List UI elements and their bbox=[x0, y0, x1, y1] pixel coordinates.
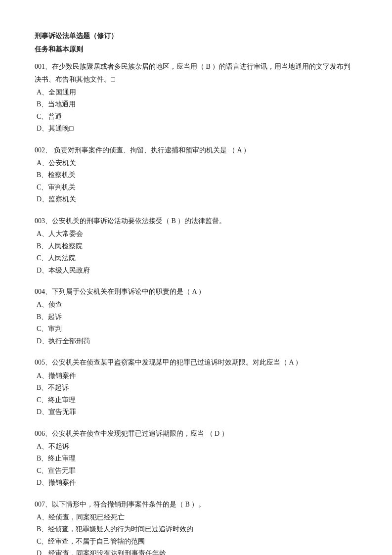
question-text-001: 001、在少数民族聚居或者多民族杂居的地区，应当用（ B ）的语言进行审讯，用当… bbox=[35, 60, 357, 85]
question-block-004: 004、下列属于公安机关在刑事诉讼中的职责的是（ A ）A、侦查B、起诉C、审判… bbox=[35, 285, 357, 347]
option-003-2: C、人民法院 bbox=[35, 252, 357, 265]
question-block-006: 006、公安机关在侦查中发现犯罪已过追诉期限的，应当 （ D ）A、不起诉B、终… bbox=[35, 427, 357, 489]
option-001-1: B、当地通用 bbox=[35, 98, 357, 111]
question-block-003: 003、公安机关的刑事诉讼活动要依法接受（ B ）的法律监督。A、人大常委会B、… bbox=[35, 215, 357, 277]
option-004-1: B、起诉 bbox=[35, 311, 357, 324]
option-003-1: B、人民检察院 bbox=[35, 240, 357, 253]
option-005-2: C、终止审理 bbox=[35, 394, 357, 407]
question-block-002: 002、 负责对刑事案件的侦查、拘留、执行逮捕和预审的机关是 （ A ）A、公安… bbox=[35, 144, 357, 206]
option-002-1: B、检察机关 bbox=[35, 169, 357, 182]
option-001-3: D、其通晚□ bbox=[35, 123, 357, 135]
option-005-0: A、撤销案件 bbox=[35, 370, 357, 382]
option-003-3: D、本级人民政府 bbox=[35, 265, 357, 277]
option-002-3: D、监察机关 bbox=[35, 193, 357, 206]
option-001-0: A、全国通用 bbox=[35, 87, 357, 99]
option-006-3: D、撤销案件 bbox=[35, 477, 357, 489]
option-007-1: B、经侦查，犯罪嫌疑人的行为时间已过追诉时效的 bbox=[35, 523, 357, 536]
section-title: 任务和基本原则 bbox=[35, 43, 357, 55]
option-002-2: C、审判机关 bbox=[35, 182, 357, 194]
question-text-004: 004、下列属于公安机关在刑事诉讼中的职责的是（ A ） bbox=[35, 285, 357, 298]
question-text-003: 003、公安机关的刑事诉讼活动要依法接受（ B ）的法律监督。 bbox=[35, 215, 357, 227]
option-003-0: A、人大常委会 bbox=[35, 228, 357, 240]
question-text-005: 005、公安机关在侦查某甲盗窃案中发现某甲的犯罪已过追诉时效期限。对此应当（ A… bbox=[35, 356, 357, 369]
option-006-2: C、宣告无罪 bbox=[35, 465, 357, 477]
question-block-005: 005、公安机关在侦查某甲盗窃案中发现某甲的犯罪已过追诉时效期限。对此应当（ A… bbox=[35, 356, 357, 418]
option-007-0: A、经侦查，同案犯已经死亡 bbox=[35, 511, 357, 524]
option-004-3: D、执行全部刑罚 bbox=[35, 335, 357, 348]
option-004-0: A、侦查 bbox=[35, 299, 357, 311]
option-004-2: C、审判 bbox=[35, 323, 357, 335]
option-007-2: C、经审查，不属于自己管辖的范围 bbox=[35, 536, 357, 548]
question-block-007: 007、以下情形中，符合撤销刑事案件条件的是（ B ）。A、经侦查，同案犯已经死… bbox=[35, 498, 357, 555]
page-title: 刑事诉讼法单选题（修订） bbox=[35, 30, 357, 42]
option-005-3: D、宣告无罪 bbox=[35, 406, 357, 418]
option-005-1: B、不起诉 bbox=[35, 382, 357, 394]
option-007-3: D、经审查，同案犯没有达到刑事责任年龄 bbox=[35, 548, 357, 555]
option-001-2: C、普通 bbox=[35, 111, 357, 123]
question-text-002: 002、 负责对刑事案件的侦查、拘留、执行逮捕和预审的机关是 （ A ） bbox=[35, 144, 357, 156]
option-006-0: A、不起诉 bbox=[35, 441, 357, 453]
question-text-006: 006、公安机关在侦查中发现犯罪已过追诉期限的，应当 （ D ） bbox=[35, 427, 357, 440]
option-006-1: B、终止审理 bbox=[35, 453, 357, 465]
option-002-0: A、公安机关 bbox=[35, 157, 357, 170]
question-text-007: 007、以下情形中，符合撤销刑事案件条件的是（ B ）。 bbox=[35, 498, 357, 510]
question-block-001: 001、在少数民族聚居或者多民族杂居的地区，应当用（ B ）的语言进行审讯，用当… bbox=[35, 60, 357, 135]
